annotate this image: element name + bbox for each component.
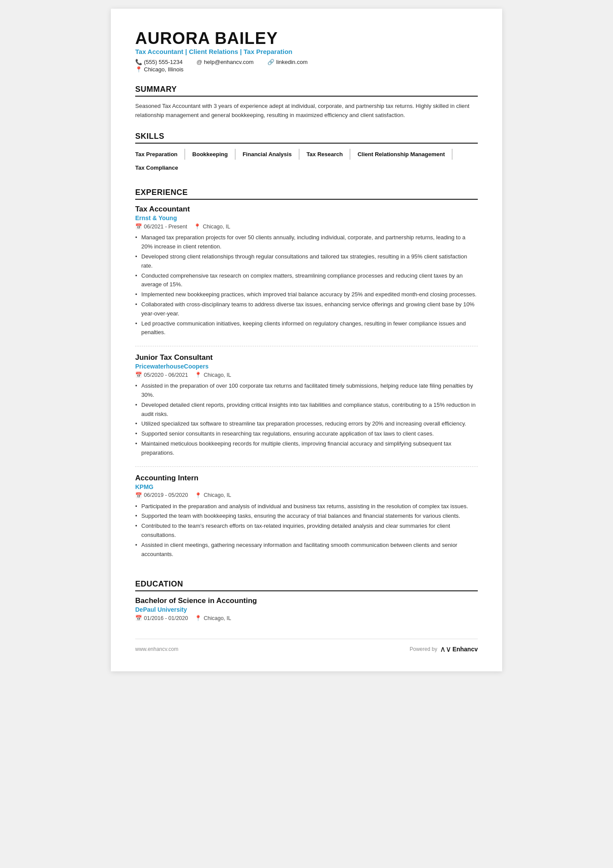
job-location: 📍 Chicago, IL	[195, 372, 231, 378]
edu-school: DePaul University	[135, 606, 478, 613]
experience-block: Accounting Intern KPMG 📅 06/2019 - 05/20…	[135, 474, 478, 568]
skill-item: Tax Research	[306, 149, 351, 160]
location-icon: 📍	[195, 492, 202, 499]
email-item: @ help@enhancv.com	[197, 59, 253, 65]
edu-dates: 📅 01/2016 - 01/2020	[135, 615, 188, 621]
phone-number: (555) 555-1234	[144, 59, 183, 65]
job-dates: 📅 05/2020 - 06/2021	[135, 372, 188, 378]
job-meta: 📅 06/2019 - 05/2020 📍 Chicago, IL	[135, 492, 478, 499]
edu-meta: 📅 01/2016 - 01/2020 📍 Chicago, IL	[135, 615, 478, 621]
education-block: Bachelor of Science in Accounting DePaul…	[135, 597, 478, 621]
bullet-item: Collaborated with cross-disciplinary tea…	[135, 300, 478, 318]
bullet-item: Assisted in client meetings, gathering n…	[135, 541, 478, 559]
calendar-icon: 📅	[135, 223, 142, 230]
experience-list: Tax Accountant Ernst & Young 📅 06/2021 -…	[135, 205, 478, 567]
job-title: Tax Accountant	[135, 205, 478, 214]
location-icon: 📍	[194, 223, 201, 230]
bullet-item: Developed strong client relationships th…	[135, 252, 478, 271]
location-text: Chicago, Illinois	[144, 66, 183, 73]
location-icon: 📍	[195, 615, 202, 621]
education-title: EDUCATION	[135, 580, 478, 591]
bullet-item: Assisted in the preparation of over 100 …	[135, 382, 478, 400]
experience-block: Junior Tax Consultant PricewaterhouseCoo…	[135, 353, 478, 466]
linkedin-url: linkedin.com	[276, 59, 307, 65]
enhancv-icon: ∧∨	[440, 644, 451, 654]
experience-section: EXPERIENCE Tax Accountant Ernst & Young …	[135, 188, 478, 567]
footer: www.enhancv.com Powered by ∧∨ Enhancv	[135, 639, 478, 654]
job-location: 📍 Chicago, IL	[195, 492, 231, 499]
bullet-item: Utilized specialized tax software to str…	[135, 419, 478, 429]
job-bullets: Participated in the preparation and anal…	[135, 502, 478, 559]
job-meta: 📅 05/2020 - 06/2021 📍 Chicago, IL	[135, 372, 478, 378]
company-name: KPMG	[135, 483, 478, 490]
company-name: Ernst & Young	[135, 214, 478, 221]
education-section: EDUCATION Bachelor of Science in Account…	[135, 580, 478, 621]
education-list: Bachelor of Science in Accounting DePaul…	[135, 597, 478, 621]
job-bullets: Managed tax preparation projects for ove…	[135, 233, 478, 337]
skills-title: SKILLS	[135, 132, 478, 144]
bullet-item: Conducted comprehensive tax research on …	[135, 271, 478, 290]
header: AURORA BAILEY Tax Accountant | Client Re…	[135, 30, 478, 73]
phone-item: 📞 (555) 555-1234	[135, 59, 183, 65]
experience-title: EXPERIENCE	[135, 188, 478, 200]
email-address: help@enhancv.com	[204, 59, 253, 65]
footer-powered: Powered by ∧∨ Enhancv	[410, 644, 478, 654]
edu-degree: Bachelor of Science in Accounting	[135, 597, 478, 605]
contact-row: 📞 (555) 555-1234 @ help@enhancv.com 🔗 li…	[135, 59, 478, 65]
bullet-item: Managed tax preparation projects for ove…	[135, 233, 478, 251]
job-title: Junior Tax Consultant	[135, 353, 478, 362]
job-bullets: Assisted in the preparation of over 100 …	[135, 382, 478, 457]
link-icon: 🔗	[267, 59, 274, 65]
job-dates: 📅 06/2021 - Present	[135, 223, 187, 230]
summary-title: SUMMARY	[135, 85, 478, 97]
calendar-icon: 📅	[135, 615, 142, 621]
bullet-item: Supported the team with bookkeeping task…	[135, 512, 478, 521]
company-name: PricewaterhouseCoopers	[135, 363, 478, 370]
job-dates: 📅 06/2019 - 05/2020	[135, 492, 188, 499]
phone-icon: 📞	[135, 59, 142, 65]
resume-page: AURORA BAILEY Tax Accountant | Client Re…	[111, 9, 502, 671]
experience-block: Tax Accountant Ernst & Young 📅 06/2021 -…	[135, 205, 478, 346]
enhancv-logo: ∧∨ Enhancv	[440, 644, 478, 654]
calendar-icon: 📅	[135, 492, 142, 499]
bullet-item: Participated in the preparation and anal…	[135, 502, 478, 511]
skill-item: Tax Compliance	[135, 162, 185, 173]
summary-text: Seasoned Tax Accountant with 3 years of …	[135, 102, 478, 120]
edu-location: 📍 Chicago, IL	[195, 615, 231, 621]
job-meta: 📅 06/2021 - Present 📍 Chicago, IL	[135, 223, 478, 230]
powered-by-text: Powered by	[410, 646, 437, 652]
skill-item: Financial Analysis	[243, 149, 300, 160]
brand-name: Enhancv	[453, 646, 478, 653]
skill-item: Client Relationship Management	[357, 149, 453, 160]
skill-item: Tax Preparation	[135, 149, 185, 160]
summary-section: SUMMARY Seasoned Tax Accountant with 3 y…	[135, 85, 478, 120]
candidate-title: Tax Accountant | Client Relations | Tax …	[135, 48, 478, 55]
location-icon: 📍	[135, 66, 142, 73]
location-row: 📍 Chicago, Illinois	[135, 66, 478, 73]
bullet-item: Implemented new bookkeeping practices, w…	[135, 290, 478, 299]
bullet-item: Contributed to the team's research effor…	[135, 522, 478, 540]
bullet-item: Maintained meticulous bookkeeping record…	[135, 439, 478, 458]
linkedin-item: 🔗 linkedin.com	[267, 59, 307, 65]
bullet-item: Developed detailed client reports, provi…	[135, 401, 478, 419]
email-icon: @	[197, 59, 202, 65]
bullet-item: Led proactive communication initiatives,…	[135, 319, 478, 338]
location-icon: 📍	[195, 372, 202, 378]
job-title: Accounting Intern	[135, 474, 478, 483]
job-location: 📍 Chicago, IL	[194, 223, 230, 230]
skill-item: Bookkeeping	[192, 149, 236, 160]
skills-section: SKILLS Tax PreparationBookkeepingFinanci…	[135, 132, 478, 176]
candidate-name: AURORA BAILEY	[135, 30, 478, 48]
bullet-item: Supported senior consultants in research…	[135, 429, 478, 439]
skills-container: Tax PreparationBookkeepingFinancial Anal…	[135, 149, 478, 176]
calendar-icon: 📅	[135, 372, 142, 378]
footer-url: www.enhancv.com	[135, 646, 178, 652]
